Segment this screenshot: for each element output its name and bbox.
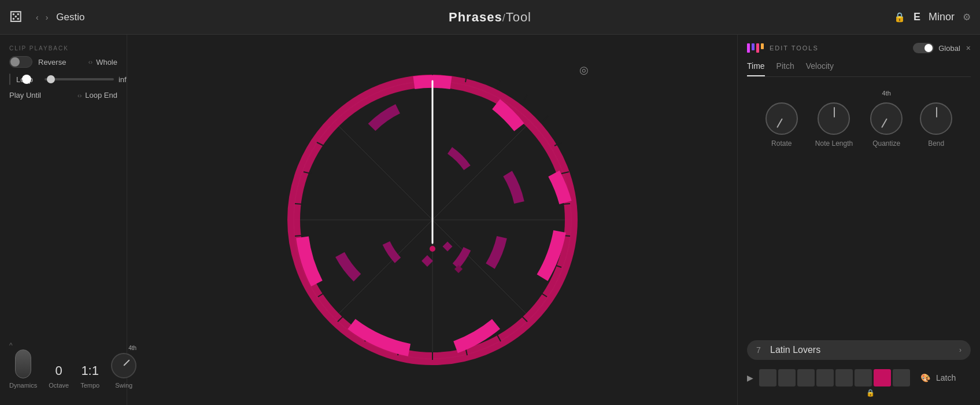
bar2-icon [752,43,755,50]
tool-label: Tool [506,10,531,24]
whole-value: Whole [96,58,117,67]
center-panel: ◎ [127,35,737,405]
seq-icons: 🎨 [920,373,930,382]
clip-playback-label: CLIP PLAYBACK [9,45,117,51]
dynamics-label: Dynamics [9,382,37,389]
bend-knob[interactable] [920,102,952,135]
phrase-dropdown-icon: › [959,346,961,354]
slider-value: inf [119,75,127,84]
dynamics-knob[interactable] [15,349,31,378]
whole-select[interactable]: ‹› Whole [88,58,117,67]
seq-lock-icon[interactable]: 🔒 [866,389,875,397]
play-until-row: Play Until ‹› Loop End [9,91,117,100]
app-logo-icon: ⚄ [9,8,28,27]
edit-tools-label: EDIT TOOLS [770,45,907,51]
tempo-value: 1:1 [81,363,99,378]
seq-lock-area: 🔒 [770,389,971,397]
crosshair-icon[interactable]: ◎ [579,64,589,76]
rotate-label: Rotate [771,139,792,148]
seq-block-2[interactable] [778,369,796,386]
bottom-section: ^ Dynamics 0 Octave 1:1 Tempo 4th [9,341,117,395]
bar4-icon [761,43,764,49]
expand-arrow-icon[interactable]: ^ [9,341,117,349]
close-button[interactable]: × [966,43,971,53]
lock-icon[interactable]: 🔒 [894,12,905,23]
loop-end-select[interactable]: ‹› Loop End [77,91,117,100]
seq-block-1[interactable] [759,369,776,386]
gear-icon[interactable]: ⚙ [963,12,971,23]
quantize-label: Quantize [872,139,900,148]
loop-toggle[interactable] [9,73,10,85]
bend-label: Bend [928,139,944,148]
global-toggle-group: Global [913,43,960,53]
edit-tools-bars-icon [747,43,764,53]
header-center: Phrases/Tool [125,10,855,25]
svg-line-27 [295,204,303,204]
seq-block-8[interactable] [893,369,910,386]
header: ⚄ ‹ › Gestio Phrases/Tool 🔒 E Minor ⚙ [0,0,980,35]
seq-block-3[interactable] [797,369,815,386]
tab-time[interactable]: Time [747,61,765,76]
note-length-control: Note Length [815,102,853,148]
phrase-name: Latin Lovers [770,345,953,355]
bar1-icon [747,43,750,53]
reverse-toggle[interactable] [9,56,32,68]
tab-pitch[interactable]: Pitch [776,61,794,76]
play-button[interactable]: ▶ [747,373,753,382]
nav-back-button[interactable]: ‹ [34,12,41,23]
svg-line-26 [295,235,303,236]
note-length-label: Note Length [815,139,853,148]
rotate-knob[interactable] [765,102,798,135]
sequencer-row: ▶ 🎨 Latch [747,369,971,386]
edit-tools-tabs: Time Pitch Velocity [747,61,971,77]
panel-divider [9,109,117,332]
quantize-sublabel: 4th [882,90,891,97]
svg-line-9 [523,95,527,102]
bend-control: Bend [920,102,952,148]
clip-playback-section: CLIP PLAYBACK Reverse ‹› Whole Loop [9,45,117,100]
global-label: Global [938,44,960,53]
octave-label: Octave [49,382,69,389]
seq-block-5[interactable] [835,369,853,386]
seq-block-7[interactable] [874,369,891,386]
phrase-selector[interactable]: 7 Latin Lovers › [747,340,971,360]
slider-thumb [47,75,55,83]
svg-rect-32 [454,265,462,273]
global-toggle[interactable] [913,43,934,53]
key-mode[interactable]: Minor [929,11,955,23]
svg-line-13 [562,204,570,204]
reverse-label: Reverse [38,58,66,67]
note-length-knob[interactable] [818,102,850,135]
tab-velocity[interactable]: Velocity [806,61,834,76]
reverse-row: Reverse ‹› Whole [9,56,117,68]
circle-diagram: ◎ [271,58,594,382]
nav-forward-button[interactable]: › [43,12,51,23]
app-title: Gestio [56,12,84,23]
svg-line-8 [497,80,500,89]
edit-tools-header: EDIT TOOLS Global × [747,43,971,53]
seq-block-6[interactable] [855,369,872,386]
seq-blocks [759,369,910,386]
octave-control: 0 Octave [49,363,69,389]
svg-point-34 [430,246,435,252]
phrases-bold: Phrases [449,10,502,24]
key-display[interactable]: E [914,11,920,23]
whole-chevrons-icon: ‹› [88,58,93,65]
quantize-knob[interactable] [870,102,903,135]
main-layout: CLIP PLAYBACK Reverse ‹› Whole Loop [0,35,980,405]
seq-block-4[interactable] [816,369,834,386]
play-until-label: Play Until [9,91,41,100]
bar3-icon [756,43,759,53]
loop-end-value: Loop End [85,91,117,100]
circular-sequencer-svg[interactable] [271,58,594,382]
color-palette-icon[interactable]: 🎨 [920,373,930,382]
right-panel: EDIT TOOLS Global × Time Pitch Velocity … [737,35,980,405]
loop-slider[interactable] [45,78,114,80]
latch-button[interactable]: Latch [936,373,956,382]
spacer [747,171,971,340]
nav-arrows: ‹ › [34,12,50,23]
left-panel: CLIP PLAYBACK Reverse ‹› Whole Loop [0,35,127,405]
loop-end-chevrons-icon: ‹› [77,92,82,99]
bottom-controls: Dynamics 0 Octave 1:1 Tempo 4th Swing [9,349,117,395]
phrase-number: 7 [756,345,764,355]
